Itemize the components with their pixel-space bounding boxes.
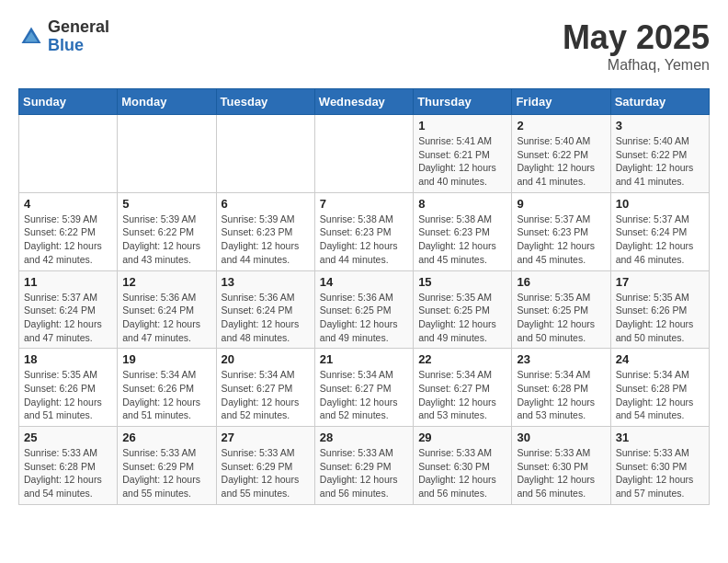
day-info: Sunrise: 5:33 AM Sunset: 6:29 PM Dayligh…	[122, 446, 210, 500]
day-header-tuesday: Tuesday	[216, 89, 314, 115]
day-number: 24	[616, 352, 704, 366]
calendar-table: SundayMondayTuesdayWednesdayThursdayFrid…	[18, 88, 710, 505]
calendar-cell: 12Sunrise: 5:36 AM Sunset: 6:24 PM Dayli…	[118, 270, 216, 349]
calendar-cell: 3Sunrise: 5:40 AM Sunset: 6:22 PM Daylig…	[610, 115, 709, 193]
calendar-cell: 28Sunrise: 5:33 AM Sunset: 6:29 PM Dayli…	[314, 427, 413, 505]
day-number: 22	[418, 352, 506, 366]
day-header-thursday: Thursday	[414, 89, 512, 115]
day-header-saturday: Saturday	[610, 89, 709, 115]
calendar-cell: 4Sunrise: 5:39 AM Sunset: 6:22 PM Daylig…	[19, 192, 118, 270]
day-info: Sunrise: 5:35 AM Sunset: 6:26 PM Dayligh…	[24, 368, 112, 422]
calendar-week-2: 4Sunrise: 5:39 AM Sunset: 6:22 PM Daylig…	[19, 192, 710, 270]
calendar-cell: 11Sunrise: 5:37 AM Sunset: 6:24 PM Dayli…	[19, 270, 118, 349]
calendar-cell	[314, 115, 413, 193]
logo: General Blue	[18, 18, 109, 55]
calendar-cell: 24Sunrise: 5:34 AM Sunset: 6:28 PM Dayli…	[610, 349, 709, 427]
calendar-cell: 5Sunrise: 5:39 AM Sunset: 6:22 PM Daylig…	[118, 192, 216, 270]
day-number: 12	[122, 275, 210, 289]
calendar-cell: 9Sunrise: 5:37 AM Sunset: 6:23 PM Daylig…	[512, 192, 610, 270]
title-block: May 2025 Mafhaq, Yemen	[563, 18, 710, 74]
day-info: Sunrise: 5:35 AM Sunset: 6:25 PM Dayligh…	[418, 291, 506, 345]
day-info: Sunrise: 5:33 AM Sunset: 6:28 PM Dayligh…	[24, 446, 112, 500]
day-info: Sunrise: 5:34 AM Sunset: 6:27 PM Dayligh…	[222, 368, 310, 422]
day-info: Sunrise: 5:36 AM Sunset: 6:25 PM Dayligh…	[320, 291, 408, 345]
logo-blue: Blue	[48, 37, 109, 55]
day-number: 20	[222, 352, 310, 366]
day-number: 16	[517, 275, 605, 289]
day-header-wednesday: Wednesday	[314, 89, 413, 115]
day-info: Sunrise: 5:34 AM Sunset: 6:27 PM Dayligh…	[418, 368, 506, 422]
day-number: 8	[418, 197, 506, 211]
calendar-cell: 20Sunrise: 5:34 AM Sunset: 6:27 PM Dayli…	[216, 349, 314, 427]
day-number: 7	[320, 197, 408, 211]
day-info: Sunrise: 5:36 AM Sunset: 6:24 PM Dayligh…	[122, 291, 210, 345]
calendar-cell	[19, 115, 118, 193]
calendar-cell: 29Sunrise: 5:33 AM Sunset: 6:30 PM Dayli…	[414, 427, 512, 505]
logo-text: General Blue	[48, 18, 109, 55]
day-info: Sunrise: 5:34 AM Sunset: 6:28 PM Dayligh…	[616, 368, 704, 422]
day-info: Sunrise: 5:34 AM Sunset: 6:26 PM Dayligh…	[122, 368, 210, 422]
calendar-cell	[118, 115, 216, 193]
day-number: 11	[24, 275, 112, 289]
calendar-cell: 15Sunrise: 5:35 AM Sunset: 6:25 PM Dayli…	[414, 270, 512, 349]
day-number: 4	[24, 197, 112, 211]
day-info: Sunrise: 5:35 AM Sunset: 6:26 PM Dayligh…	[616, 291, 704, 345]
day-number: 10	[616, 197, 704, 211]
calendar-cell: 25Sunrise: 5:33 AM Sunset: 6:28 PM Dayli…	[19, 427, 118, 505]
calendar-cell: 19Sunrise: 5:34 AM Sunset: 6:26 PM Dayli…	[118, 349, 216, 427]
day-info: Sunrise: 5:33 AM Sunset: 6:29 PM Dayligh…	[222, 446, 310, 500]
day-info: Sunrise: 5:35 AM Sunset: 6:25 PM Dayligh…	[517, 291, 605, 345]
calendar-cell: 26Sunrise: 5:33 AM Sunset: 6:29 PM Dayli…	[118, 427, 216, 505]
calendar-cell	[216, 115, 314, 193]
day-number: 21	[320, 352, 408, 366]
day-number: 14	[320, 275, 408, 289]
day-info: Sunrise: 5:40 AM Sunset: 6:22 PM Dayligh…	[517, 134, 605, 189]
day-number: 27	[222, 431, 310, 444]
day-number: 18	[24, 352, 112, 366]
calendar-cell: 27Sunrise: 5:33 AM Sunset: 6:29 PM Dayli…	[216, 427, 314, 505]
day-info: Sunrise: 5:40 AM Sunset: 6:22 PM Dayligh…	[616, 134, 704, 189]
day-number: 28	[320, 431, 408, 444]
day-number: 5	[122, 197, 210, 211]
day-number: 17	[616, 275, 704, 289]
day-number: 9	[517, 197, 605, 211]
calendar-week-4: 18Sunrise: 5:35 AM Sunset: 6:26 PM Dayli…	[19, 349, 710, 427]
calendar-cell: 18Sunrise: 5:35 AM Sunset: 6:26 PM Dayli…	[19, 349, 118, 427]
location: Mafhaq, Yemen	[563, 57, 710, 74]
day-info: Sunrise: 5:36 AM Sunset: 6:24 PM Dayligh…	[222, 291, 310, 345]
day-number: 2	[517, 119, 605, 132]
day-info: Sunrise: 5:39 AM Sunset: 6:22 PM Dayligh…	[122, 213, 210, 267]
calendar-cell: 7Sunrise: 5:38 AM Sunset: 6:23 PM Daylig…	[314, 192, 413, 270]
day-number: 13	[222, 275, 310, 289]
day-info: Sunrise: 5:34 AM Sunset: 6:27 PM Dayligh…	[320, 368, 408, 422]
calendar-cell: 2Sunrise: 5:40 AM Sunset: 6:22 PM Daylig…	[512, 115, 610, 193]
day-number: 26	[122, 431, 210, 444]
page-header: General Blue May 2025 Mafhaq, Yemen	[18, 18, 710, 74]
logo-general: General	[48, 18, 109, 37]
calendar-cell: 14Sunrise: 5:36 AM Sunset: 6:25 PM Dayli…	[314, 270, 413, 349]
logo-icon	[18, 24, 44, 50]
day-info: Sunrise: 5:33 AM Sunset: 6:30 PM Dayligh…	[616, 446, 704, 500]
calendar-cell: 6Sunrise: 5:39 AM Sunset: 6:23 PM Daylig…	[216, 192, 314, 270]
calendar-cell: 21Sunrise: 5:34 AM Sunset: 6:27 PM Dayli…	[314, 349, 413, 427]
day-header-monday: Monday	[118, 89, 216, 115]
day-header-friday: Friday	[512, 89, 610, 115]
calendar-cell: 10Sunrise: 5:37 AM Sunset: 6:24 PM Dayli…	[610, 192, 709, 270]
calendar-cell: 22Sunrise: 5:34 AM Sunset: 6:27 PM Dayli…	[414, 349, 512, 427]
day-number: 1	[418, 119, 506, 132]
day-info: Sunrise: 5:38 AM Sunset: 6:23 PM Dayligh…	[418, 213, 506, 267]
day-header-sunday: Sunday	[19, 89, 118, 115]
calendar-cell: 13Sunrise: 5:36 AM Sunset: 6:24 PM Dayli…	[216, 270, 314, 349]
calendar-cell: 8Sunrise: 5:38 AM Sunset: 6:23 PM Daylig…	[414, 192, 512, 270]
day-number: 29	[418, 431, 506, 444]
day-info: Sunrise: 5:33 AM Sunset: 6:29 PM Dayligh…	[320, 446, 408, 500]
day-number: 31	[616, 431, 704, 444]
calendar-cell: 16Sunrise: 5:35 AM Sunset: 6:25 PM Dayli…	[512, 270, 610, 349]
day-number: 30	[517, 431, 605, 444]
day-number: 25	[24, 431, 112, 444]
day-info: Sunrise: 5:39 AM Sunset: 6:23 PM Dayligh…	[222, 213, 310, 267]
day-number: 19	[122, 352, 210, 366]
calendar-week-1: 1Sunrise: 5:41 AM Sunset: 6:21 PM Daylig…	[19, 115, 710, 193]
day-info: Sunrise: 5:33 AM Sunset: 6:30 PM Dayligh…	[517, 446, 605, 500]
day-info: Sunrise: 5:37 AM Sunset: 6:24 PM Dayligh…	[24, 291, 112, 345]
